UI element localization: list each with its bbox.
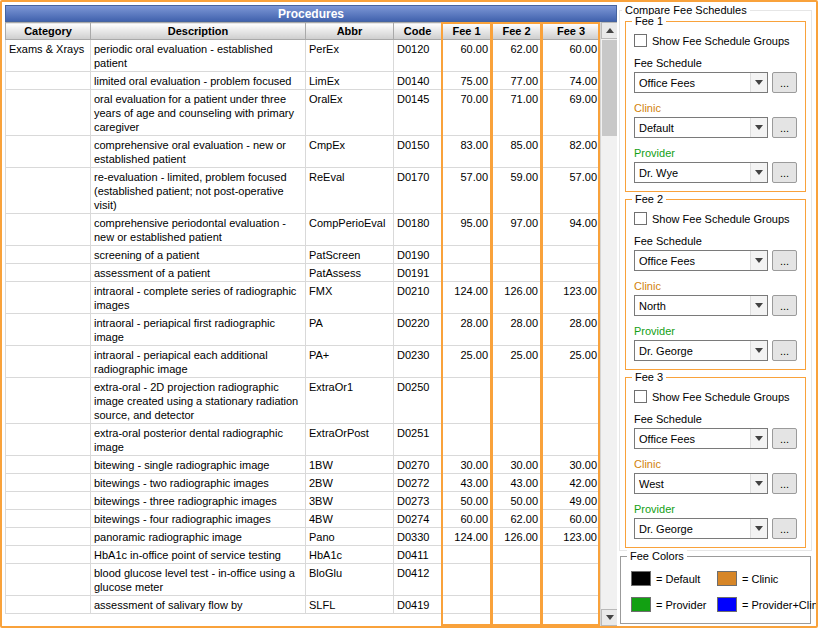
procedures-grid: Procedures Category Description Abbr Cod… — [5, 5, 617, 626]
fee1-fee-schedule-select[interactable]: Office Fees — [634, 72, 768, 93]
procedure-row[interactable]: HbA1c in-office point of service testing… — [6, 546, 601, 564]
abbr-cell: ExtraOr1 — [306, 378, 394, 424]
fee1-cell: 57.00 — [442, 168, 492, 214]
procedure-row[interactable]: bitewing - single radiographic image 1BW… — [6, 456, 601, 474]
category-cell — [6, 596, 91, 614]
fee2-cell: 59.00 — [492, 168, 542, 214]
description-cell: screening of a patient — [91, 246, 306, 264]
fee3-provider-select[interactable]: Dr. George — [634, 518, 768, 539]
procedure-row[interactable]: limited oral evaluation - problem focuse… — [6, 72, 601, 90]
fee1-cell — [442, 424, 492, 456]
code-cell: D0170 — [394, 168, 442, 214]
scrollbar-thumb[interactable] — [602, 40, 617, 136]
abbr-cell: 2BW — [306, 474, 394, 492]
procedure-row[interactable]: intraoral - periapical each additional r… — [6, 346, 601, 378]
fee2-clinic-select[interactable]: North — [634, 295, 768, 316]
fee3-fee-schedule-more-button[interactable]: ... — [772, 428, 797, 449]
abbr-cell: ExtraOrPost — [306, 424, 394, 456]
procedure-row[interactable]: Exams & Xrays periodic oral evaluation -… — [6, 40, 601, 72]
code-cell: D0190 — [394, 246, 442, 264]
fee1-cell: 95.00 — [442, 214, 492, 246]
procedure-row[interactable]: screening of a patient PatScreen D0190 — [6, 246, 601, 264]
fee2-show-groups-checkbox[interactable] — [634, 212, 647, 225]
procedure-row[interactable]: re-evaluation - limited, problem focused… — [6, 168, 601, 214]
description-cell: comprehensive oral evaluation - new or e… — [91, 136, 306, 168]
fee2-show-groups-row[interactable]: Show Fee Schedule Groups — [634, 211, 797, 226]
vertical-scrollbar[interactable] — [600, 22, 617, 626]
fee1-cell: 43.00 — [442, 474, 492, 492]
fee2-clinic-more-button[interactable]: ... — [772, 295, 797, 316]
abbr-cell: OralEx — [306, 90, 394, 136]
fee1-fee-schedule-more-button[interactable]: ... — [772, 72, 797, 93]
fee2-cell: 62.00 — [492, 40, 542, 72]
procedure-rows: Exams & Xrays periodic oral evaluation -… — [6, 40, 601, 614]
fee1-provider-select[interactable]: Dr. Wye — [634, 162, 768, 183]
procedure-row[interactable]: extra-oral - 2D projection radiographic … — [6, 378, 601, 424]
description-cell: assessment of salivary flow by — [91, 596, 306, 614]
fee1-group-title: Fee 1 — [632, 15, 666, 27]
code-cell: D0251 — [394, 424, 442, 456]
procedure-row[interactable]: bitewings - four radiographic images 4BW… — [6, 510, 601, 528]
description-cell: periodic oral evaluation - established p… — [91, 40, 306, 72]
procedure-row[interactable]: intraoral - complete series of radiograp… — [6, 282, 601, 314]
procedure-row[interactable]: assessment of salivary flow by SLFL D041… — [6, 596, 601, 614]
procedure-row[interactable]: extra-oral posterior dental radiographic… — [6, 424, 601, 456]
fee1-group: Fee 1 Show Fee Schedule Groups Fee Sched… — [625, 21, 806, 192]
description-cell: bitewings - three radiographic images — [91, 492, 306, 510]
fee1-show-groups-row[interactable]: Show Fee Schedule Groups — [634, 33, 797, 48]
description-cell: panoramic radiographic image — [91, 528, 306, 546]
fee2-provider-more-button[interactable]: ... — [772, 340, 797, 361]
fee1-cell: 124.00 — [442, 528, 492, 546]
code-cell: D0150 — [394, 136, 442, 168]
abbr-cell: CompPerioEval — [306, 214, 394, 246]
fee1-cell: 30.00 — [442, 456, 492, 474]
fee3-show-groups-row[interactable]: Show Fee Schedule Groups — [634, 389, 797, 404]
fee3-fee-schedule-select[interactable]: Office Fees — [634, 428, 768, 449]
fee1-clinic-select[interactable]: Default — [634, 117, 768, 138]
procedure-row[interactable]: oral evaluation for a patient under thre… — [6, 90, 601, 136]
scroll-down-button[interactable] — [601, 609, 617, 626]
compare-fee-schedules-group: Compare Fee Schedules Fee 1 Show Fee Sch… — [619, 10, 812, 551]
procedure-row[interactable]: bitewings - three radiographic images 3B… — [6, 492, 601, 510]
abbr-cell: PatAssess — [306, 264, 394, 282]
fee3-show-groups-checkbox[interactable] — [634, 390, 647, 403]
fee2-fee-schedule-value: Office Fees — [635, 255, 750, 267]
fee2-fee-schedule-more-button[interactable]: ... — [772, 250, 797, 271]
fee2-cell: 97.00 — [492, 214, 542, 246]
procedure-row[interactable]: comprehensive oral evaluation - new or e… — [6, 136, 601, 168]
fee3-cell: 60.00 — [542, 510, 601, 528]
description-cell: extra-oral posterior dental radiographic… — [91, 424, 306, 456]
fee2-cell — [492, 246, 542, 264]
legend-clinic-label: = Clinic — [742, 573, 778, 585]
scroll-up-button[interactable] — [601, 22, 617, 39]
fee1-cell: 60.00 — [442, 510, 492, 528]
category-cell — [6, 456, 91, 474]
procedure-row[interactable]: assessment of a patient PatAssess D0191 — [6, 264, 601, 282]
fee3-provider-more-button[interactable]: ... — [772, 518, 797, 539]
fee2-cell: 50.00 — [492, 492, 542, 510]
procedure-row[interactable]: blood glucose level test - in-office usi… — [6, 564, 601, 596]
procedure-row[interactable]: bitewings - two radiographic images 2BW … — [6, 474, 601, 492]
fee3-cell — [542, 378, 601, 424]
fee3-cell — [542, 424, 601, 456]
fee3-clinic-more-button[interactable]: ... — [772, 473, 797, 494]
fee3-clinic-label: Clinic — [634, 458, 797, 470]
fee3-show-groups-label: Show Fee Schedule Groups — [652, 391, 790, 403]
procedure-row[interactable]: intraoral - periapical first radiographi… — [6, 314, 601, 346]
legend-item-clinic: = Clinic — [717, 571, 818, 586]
code-cell: D0330 — [394, 528, 442, 546]
fee1-clinic-more-button[interactable]: ... — [772, 117, 797, 138]
procedure-row[interactable]: panoramic radiographic image Pano D0330 … — [6, 528, 601, 546]
fee3-clinic-select[interactable]: West — [634, 473, 768, 494]
default-color-swatch — [631, 571, 651, 586]
fee1-cell: 60.00 — [442, 40, 492, 72]
fee2-provider-select[interactable]: Dr. George — [634, 340, 768, 361]
code-cell: D0273 — [394, 492, 442, 510]
abbr-cell: Pano — [306, 528, 394, 546]
fee1-show-groups-checkbox[interactable] — [634, 34, 647, 47]
fee2-fee-schedule-select[interactable]: Office Fees — [634, 250, 768, 271]
fee2-cell: 126.00 — [492, 282, 542, 314]
procedure-row[interactable]: comprehensive periodontal evaluation - n… — [6, 214, 601, 246]
category-cell — [6, 564, 91, 596]
fee1-provider-more-button[interactable]: ... — [772, 162, 797, 183]
